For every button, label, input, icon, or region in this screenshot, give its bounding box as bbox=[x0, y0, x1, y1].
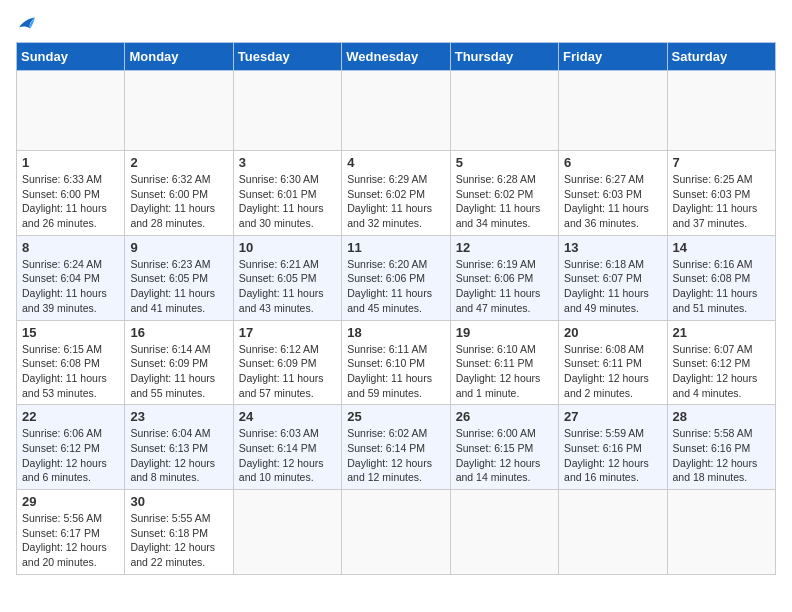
day-info: Sunrise: 6:24 AMSunset: 6:04 PMDaylight:… bbox=[22, 258, 107, 314]
calendar-week-row: 15Sunrise: 6:15 AMSunset: 6:08 PMDayligh… bbox=[17, 320, 776, 405]
calendar-day-cell: 14Sunrise: 6:16 AMSunset: 6:08 PMDayligh… bbox=[667, 235, 775, 320]
day-number: 11 bbox=[347, 240, 444, 255]
calendar-day-cell: 7Sunrise: 6:25 AMSunset: 6:03 PMDaylight… bbox=[667, 151, 775, 236]
day-number: 18 bbox=[347, 325, 444, 340]
calendar-day-cell: 17Sunrise: 6:12 AMSunset: 6:09 PMDayligh… bbox=[233, 320, 341, 405]
day-number: 5 bbox=[456, 155, 553, 170]
calendar-day-cell: 3Sunrise: 6:30 AMSunset: 6:01 PMDaylight… bbox=[233, 151, 341, 236]
day-number: 3 bbox=[239, 155, 336, 170]
day-number: 16 bbox=[130, 325, 227, 340]
day-info: Sunrise: 6:29 AMSunset: 6:02 PMDaylight:… bbox=[347, 173, 432, 229]
calendar-week-row bbox=[17, 71, 776, 151]
day-number: 27 bbox=[564, 409, 661, 424]
day-number: 6 bbox=[564, 155, 661, 170]
day-info: Sunrise: 6:18 AMSunset: 6:07 PMDaylight:… bbox=[564, 258, 649, 314]
calendar-week-row: 1Sunrise: 6:33 AMSunset: 6:00 PMDaylight… bbox=[17, 151, 776, 236]
calendar-day-cell: 22Sunrise: 6:06 AMSunset: 6:12 PMDayligh… bbox=[17, 405, 125, 490]
day-info: Sunrise: 6:07 AMSunset: 6:12 PMDaylight:… bbox=[673, 343, 758, 399]
day-number: 20 bbox=[564, 325, 661, 340]
calendar-day-cell: 25Sunrise: 6:02 AMSunset: 6:14 PMDayligh… bbox=[342, 405, 450, 490]
day-of-week-header: Thursday bbox=[450, 43, 558, 71]
calendar-day-cell: 23Sunrise: 6:04 AMSunset: 6:13 PMDayligh… bbox=[125, 405, 233, 490]
calendar-table: SundayMondayTuesdayWednesdayThursdayFrid… bbox=[16, 42, 776, 575]
calendar-day-cell: 11Sunrise: 6:20 AMSunset: 6:06 PMDayligh… bbox=[342, 235, 450, 320]
calendar-day-cell bbox=[450, 71, 558, 151]
day-number: 7 bbox=[673, 155, 770, 170]
day-info: Sunrise: 6:28 AMSunset: 6:02 PMDaylight:… bbox=[456, 173, 541, 229]
day-info: Sunrise: 6:08 AMSunset: 6:11 PMDaylight:… bbox=[564, 343, 649, 399]
calendar-day-cell: 29Sunrise: 5:56 AMSunset: 6:17 PMDayligh… bbox=[17, 490, 125, 575]
day-of-week-header: Wednesday bbox=[342, 43, 450, 71]
day-number: 21 bbox=[673, 325, 770, 340]
calendar-day-cell: 27Sunrise: 5:59 AMSunset: 6:16 PMDayligh… bbox=[559, 405, 667, 490]
day-info: Sunrise: 6:32 AMSunset: 6:00 PMDaylight:… bbox=[130, 173, 215, 229]
calendar-day-cell bbox=[125, 71, 233, 151]
day-info: Sunrise: 6:33 AMSunset: 6:00 PMDaylight:… bbox=[22, 173, 107, 229]
logo-bird-icon bbox=[18, 16, 36, 30]
calendar-day-cell: 5Sunrise: 6:28 AMSunset: 6:02 PMDaylight… bbox=[450, 151, 558, 236]
page-header bbox=[16, 16, 776, 30]
calendar-week-row: 29Sunrise: 5:56 AMSunset: 6:17 PMDayligh… bbox=[17, 490, 776, 575]
day-info: Sunrise: 6:04 AMSunset: 6:13 PMDaylight:… bbox=[130, 427, 215, 483]
day-number: 24 bbox=[239, 409, 336, 424]
day-info: Sunrise: 5:55 AMSunset: 6:18 PMDaylight:… bbox=[130, 512, 215, 568]
calendar-day-cell: 30Sunrise: 5:55 AMSunset: 6:18 PMDayligh… bbox=[125, 490, 233, 575]
calendar-day-cell bbox=[559, 490, 667, 575]
calendar-day-cell: 9Sunrise: 6:23 AMSunset: 6:05 PMDaylight… bbox=[125, 235, 233, 320]
day-number: 17 bbox=[239, 325, 336, 340]
day-info: Sunrise: 5:58 AMSunset: 6:16 PMDaylight:… bbox=[673, 427, 758, 483]
day-of-week-header: Tuesday bbox=[233, 43, 341, 71]
day-number: 10 bbox=[239, 240, 336, 255]
day-info: Sunrise: 6:20 AMSunset: 6:06 PMDaylight:… bbox=[347, 258, 432, 314]
day-of-week-header: Monday bbox=[125, 43, 233, 71]
calendar-week-row: 8Sunrise: 6:24 AMSunset: 6:04 PMDaylight… bbox=[17, 235, 776, 320]
day-info: Sunrise: 6:16 AMSunset: 6:08 PMDaylight:… bbox=[673, 258, 758, 314]
day-number: 13 bbox=[564, 240, 661, 255]
day-number: 29 bbox=[22, 494, 119, 509]
day-number: 26 bbox=[456, 409, 553, 424]
calendar-day-cell: 1Sunrise: 6:33 AMSunset: 6:00 PMDaylight… bbox=[17, 151, 125, 236]
day-number: 15 bbox=[22, 325, 119, 340]
calendar-day-cell: 19Sunrise: 6:10 AMSunset: 6:11 PMDayligh… bbox=[450, 320, 558, 405]
calendar-day-cell bbox=[450, 490, 558, 575]
calendar-day-cell bbox=[667, 71, 775, 151]
day-number: 23 bbox=[130, 409, 227, 424]
day-info: Sunrise: 6:14 AMSunset: 6:09 PMDaylight:… bbox=[130, 343, 215, 399]
day-info: Sunrise: 6:02 AMSunset: 6:14 PMDaylight:… bbox=[347, 427, 432, 483]
day-info: Sunrise: 6:06 AMSunset: 6:12 PMDaylight:… bbox=[22, 427, 107, 483]
day-info: Sunrise: 6:11 AMSunset: 6:10 PMDaylight:… bbox=[347, 343, 432, 399]
calendar-day-cell bbox=[17, 71, 125, 151]
calendar-day-cell: 10Sunrise: 6:21 AMSunset: 6:05 PMDayligh… bbox=[233, 235, 341, 320]
calendar-day-cell: 26Sunrise: 6:00 AMSunset: 6:15 PMDayligh… bbox=[450, 405, 558, 490]
calendar-day-cell: 12Sunrise: 6:19 AMSunset: 6:06 PMDayligh… bbox=[450, 235, 558, 320]
day-number: 2 bbox=[130, 155, 227, 170]
day-number: 19 bbox=[456, 325, 553, 340]
day-info: Sunrise: 6:30 AMSunset: 6:01 PMDaylight:… bbox=[239, 173, 324, 229]
calendar-header: SundayMondayTuesdayWednesdayThursdayFrid… bbox=[17, 43, 776, 71]
day-info: Sunrise: 6:23 AMSunset: 6:05 PMDaylight:… bbox=[130, 258, 215, 314]
day-number: 9 bbox=[130, 240, 227, 255]
day-info: Sunrise: 6:19 AMSunset: 6:06 PMDaylight:… bbox=[456, 258, 541, 314]
calendar-day-cell: 13Sunrise: 6:18 AMSunset: 6:07 PMDayligh… bbox=[559, 235, 667, 320]
calendar-day-cell: 6Sunrise: 6:27 AMSunset: 6:03 PMDaylight… bbox=[559, 151, 667, 236]
day-number: 14 bbox=[673, 240, 770, 255]
logo bbox=[16, 16, 36, 30]
calendar-day-cell: 15Sunrise: 6:15 AMSunset: 6:08 PMDayligh… bbox=[17, 320, 125, 405]
calendar-day-cell: 20Sunrise: 6:08 AMSunset: 6:11 PMDayligh… bbox=[559, 320, 667, 405]
day-info: Sunrise: 5:59 AMSunset: 6:16 PMDaylight:… bbox=[564, 427, 649, 483]
day-number: 28 bbox=[673, 409, 770, 424]
day-number: 1 bbox=[22, 155, 119, 170]
calendar-week-row: 22Sunrise: 6:06 AMSunset: 6:12 PMDayligh… bbox=[17, 405, 776, 490]
day-number: 22 bbox=[22, 409, 119, 424]
calendar-body: 1Sunrise: 6:33 AMSunset: 6:00 PMDaylight… bbox=[17, 71, 776, 575]
calendar-day-cell: 24Sunrise: 6:03 AMSunset: 6:14 PMDayligh… bbox=[233, 405, 341, 490]
calendar-day-cell bbox=[342, 490, 450, 575]
day-number: 30 bbox=[130, 494, 227, 509]
day-number: 12 bbox=[456, 240, 553, 255]
day-info: Sunrise: 6:12 AMSunset: 6:09 PMDaylight:… bbox=[239, 343, 324, 399]
calendar-day-cell bbox=[342, 71, 450, 151]
day-number: 25 bbox=[347, 409, 444, 424]
day-of-week-header: Friday bbox=[559, 43, 667, 71]
calendar-day-cell bbox=[559, 71, 667, 151]
day-info: Sunrise: 5:56 AMSunset: 6:17 PMDaylight:… bbox=[22, 512, 107, 568]
